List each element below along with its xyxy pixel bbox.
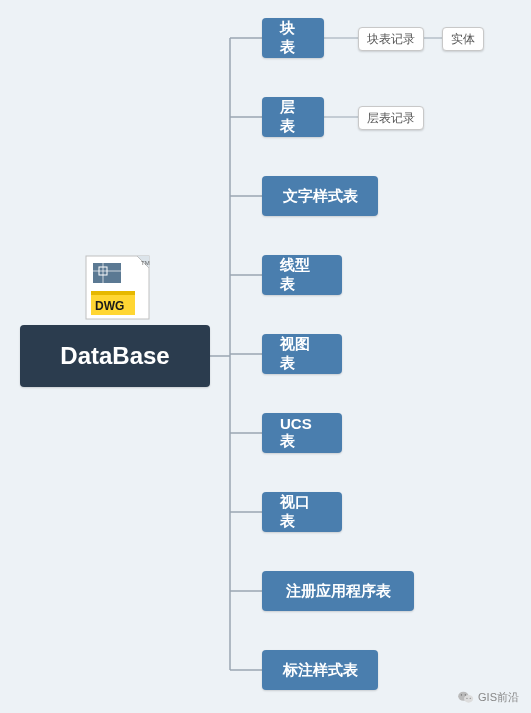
diagram-canvas: TM DWG DataBase 块表 层表 文字样式表 线型表 视图表 UCS表…	[0, 0, 531, 713]
svg-rect-5	[91, 291, 135, 295]
child-label: 注册应用程序表	[286, 582, 391, 601]
dwg-label: DWG	[95, 299, 124, 313]
leaf-label: 块表记录	[367, 31, 415, 48]
svg-point-11	[470, 698, 471, 699]
child-view-table[interactable]: 视图表	[262, 334, 342, 374]
child-regapp-table[interactable]: 注册应用程序表	[262, 571, 414, 611]
child-textstyle-table[interactable]: 文字样式表	[262, 176, 378, 216]
root-label: DataBase	[60, 342, 169, 370]
child-linetype-table[interactable]: 线型表	[262, 255, 342, 295]
leaf-entity[interactable]: 实体	[442, 27, 484, 51]
leaf-label: 层表记录	[367, 110, 415, 127]
leaf-block-record[interactable]: 块表记录	[358, 27, 424, 51]
svg-point-9	[465, 694, 466, 695]
watermark-label: GIS前沿	[478, 690, 519, 705]
leaf-layer-record[interactable]: 层表记录	[358, 106, 424, 130]
child-ucs-table[interactable]: UCS表	[262, 413, 342, 453]
tm-label: TM	[141, 260, 150, 266]
child-label: UCS表	[280, 415, 324, 451]
child-label: 线型表	[280, 256, 324, 294]
child-label: 视口表	[280, 493, 324, 531]
child-block-table[interactable]: 块表	[262, 18, 324, 58]
child-label: 文字样式表	[283, 187, 358, 206]
child-label: 块表	[280, 19, 306, 57]
root-database-node[interactable]: DataBase	[20, 325, 210, 387]
child-viewport-table[interactable]: 视口表	[262, 492, 342, 532]
child-label: 层表	[280, 98, 306, 136]
svg-point-7	[464, 695, 473, 703]
leaf-label: 实体	[451, 31, 475, 48]
wechat-icon	[458, 691, 474, 704]
child-layer-table[interactable]: 层表	[262, 97, 324, 137]
child-label: 标注样式表	[283, 661, 358, 680]
child-label: 视图表	[280, 335, 324, 373]
child-dimstyle-table[interactable]: 标注样式表	[262, 650, 378, 690]
dwg-file-icon: TM DWG	[85, 255, 150, 320]
watermark: GIS前沿	[458, 690, 519, 705]
svg-point-8	[461, 694, 462, 695]
svg-point-10	[467, 698, 468, 699]
